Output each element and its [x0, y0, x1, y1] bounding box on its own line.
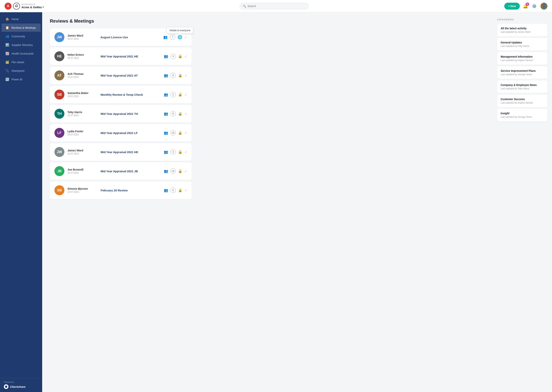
sidebar-item-sharepoint[interactable]: 📎 Sharepoint [1, 67, 41, 75]
category-name: Management Information [501, 55, 544, 58]
category-updated: Last updated by George Heron [501, 116, 544, 118]
review-title[interactable]: Monthly Review & Temp Check [101, 93, 161, 96]
review-avatar: JW [54, 32, 64, 42]
review-avatar: AT [54, 70, 64, 80]
category-card[interactable]: General Updates Last updated by Toby Har… [497, 38, 547, 50]
visibility-wrapper: Visible to everyone 🌐 [177, 35, 182, 39]
review-title[interactable]: Mid Year Appraisal 2021 LF [101, 131, 161, 134]
logo-area: A G WORKSPACE Acme & Gekko ▾ [5, 3, 44, 10]
expand-icon[interactable]: ⤢ [185, 112, 187, 116]
reviewer-name: Simone Bjorsen [67, 187, 98, 190]
search-input[interactable] [248, 5, 305, 8]
participant-count: 2 [170, 92, 176, 97]
review-title[interactable]: Mid Year Appraisal 2021 JB [101, 170, 161, 173]
category-name: Service Improvement Plans [501, 69, 544, 72]
category-name: General Updates [501, 41, 544, 44]
category-card[interactable]: Insight Last updated by George Heron [497, 109, 547, 121]
topnav-actions: + New 🔔 2 ⚙️ 👤 [504, 3, 547, 10]
reviewer-date: 15.07.2021 [67, 76, 98, 78]
sidebar-nav: 🏠 Home 📋 Reviews & Meetings 👥 Community … [0, 12, 42, 378]
review-card: HE Helen Ectors 15.07.2021 Mid Year Appr… [50, 48, 192, 65]
review-title[interactable]: Mid Year Appraisal 2021 TH [101, 112, 161, 115]
settings-button[interactable]: ⚙️ [531, 3, 537, 9]
lock-icon: 🔒 [178, 150, 182, 154]
review-actions: 👥 2 🔒 ⤢ [164, 92, 187, 97]
reviewer-date: 15.07.2021 [67, 37, 97, 40]
review-title[interactable]: August Licence Use [101, 35, 160, 39]
sidebar-item-powerbi[interactable]: 📉 Power BI [1, 75, 41, 84]
sidebar-item-fileviewer[interactable]: 🗂️ File viewer [1, 58, 41, 66]
expand-icon[interactable]: ⤢ [185, 35, 187, 39]
review-card: LF Lydia Foster 15.07.2021 Mid Year Appr… [50, 124, 192, 142]
community-icon: 👥 [5, 35, 9, 38]
category-updated: Last updated by James Ward [501, 31, 544, 33]
expand-icon[interactable]: ⤢ [185, 74, 187, 77]
sidebar-item-reviews[interactable]: 📋 Reviews & Meetings [1, 24, 41, 32]
powerbi-icon: 📉 [5, 77, 9, 81]
globe-icon[interactable]: 🌐 [177, 35, 182, 39]
review-title[interactable]: Mid Year Appraisal 2021 HE [101, 55, 161, 58]
review-title[interactable]: Mid Year Appraisal 2021 AT [101, 74, 161, 77]
logo-a: A [5, 3, 12, 10]
category-card[interactable]: Management Information Last updated by A… [497, 52, 547, 65]
sidebar-item-community[interactable]: 👥 Community [1, 32, 41, 40]
expand-icon[interactable]: ⤢ [185, 169, 187, 173]
participants-icon: 👥 [164, 188, 168, 192]
fileviewer-icon: 🗂️ [5, 60, 9, 64]
tooltip-visible: Visible to everyone [167, 27, 193, 34]
review-actions: 👥 7 Visible to everyone 🌐 ⤢ [163, 35, 187, 40]
user-avatar[interactable]: 👤 [540, 3, 547, 10]
sharepoint-icon: 📎 [5, 69, 9, 73]
sidebar-item-label: Supplier Directory [12, 43, 33, 47]
review-avatar: SB [54, 90, 64, 99]
category-updated: Last updated by Toby Harris [501, 45, 544, 48]
category-card[interactable]: Customer Success Last updated by Anjana … [497, 95, 547, 107]
participant-count: 6 [170, 188, 176, 193]
reviewer-name: James Ward [67, 34, 97, 37]
page-title: Reviews & Meetings [50, 18, 485, 24]
sidebar-item-label: File viewer [12, 61, 24, 64]
participants-icon: 👥 [164, 169, 168, 173]
lock-icon: 🔒 [178, 73, 182, 77]
categories-title: CATEGORIES [497, 18, 547, 21]
category-card[interactable]: Service Improvement Plans Last updated b… [497, 66, 547, 79]
review-info: Joe Brownill 15.07.2021 [67, 168, 98, 174]
review-actions: 👥 6 🔒 ⤢ [164, 188, 187, 193]
review-title[interactable]: Mid Year Appraisal 2021 HE [101, 150, 161, 154]
home-icon: 🏠 [5, 17, 9, 21]
search-area: 🔍 [47, 3, 501, 9]
review-card: JW James Ward 15.07.2021 Mid Year Apprai… [50, 143, 192, 161]
review-title[interactable]: February 20 Review [101, 189, 161, 192]
review-actions: 👥 14 🔒 ⤢ [164, 168, 187, 174]
category-updated: Last updated by Toby Harris [501, 87, 544, 90]
notifications-button[interactable]: 🔔 2 [523, 4, 528, 9]
review-card: TH Toby Harris 15.07.2021 Mid Year Appra… [50, 105, 192, 123]
expand-icon[interactable]: ⤢ [185, 150, 187, 154]
avatar-icon: 👤 [542, 4, 546, 8]
expand-icon[interactable]: ⤢ [185, 189, 187, 192]
reviewer-date: 15.07.2021 [67, 133, 98, 136]
category-card[interactable]: Company & Employee News Last updated by … [497, 80, 547, 93]
review-avatar: LF [54, 128, 64, 138]
main-content: Reviews & Meetings JW James Ward 15.07.2… [42, 12, 493, 392]
category-card[interactable]: All the latest activity Last updated by … [497, 24, 547, 36]
sidebar-item-home[interactable]: 🏠 Home [1, 15, 41, 23]
reviewer-name: James Ward [67, 149, 98, 152]
sidebar-item-health[interactable]: 📈 Health Scorecards [1, 49, 41, 58]
review-info: Helen Ectors 15.07.2021 [67, 53, 98, 59]
expand-icon[interactable]: ⤢ [185, 55, 187, 58]
category-name: Company & Employee News [501, 84, 544, 86]
review-actions: 👥 4 🔒 ⤢ [164, 54, 187, 59]
workspace-name[interactable]: Acme & Gekko ▾ [22, 6, 44, 9]
clientshare-logo-inner [5, 385, 7, 388]
logo-g: G [13, 3, 20, 10]
lock-icon: 🔒 [178, 131, 182, 135]
clientshare-brand: Clientshare [4, 384, 38, 389]
expand-icon[interactable]: ⤢ [185, 93, 187, 97]
review-actions: 👥 6 🔒 ⤢ [164, 73, 187, 78]
sidebar-item-supplier[interactable]: 📊 Supplier Directory [1, 41, 41, 49]
expand-icon[interactable]: ⤢ [185, 131, 187, 135]
new-button[interactable]: + New [504, 3, 520, 10]
review-card: SB Simone Bjorsen 15.07.2021 February 20… [50, 182, 192, 199]
reviewer-name: Toby Harris [67, 111, 98, 114]
